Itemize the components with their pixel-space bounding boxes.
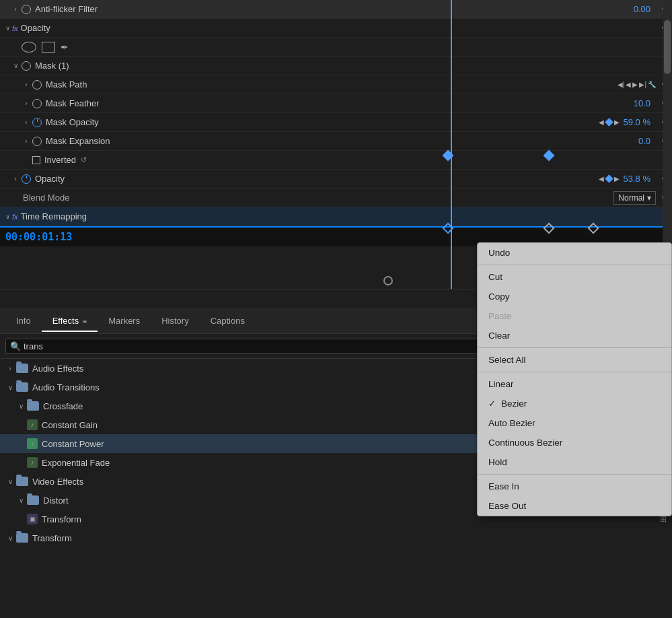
context-copy[interactable]: Copy: [478, 287, 671, 306]
tab-info[interactable]: Info: [5, 310, 42, 331]
opacity-prop-row: › Opacity ◀ ▶ 53.8 % ↺: [0, 170, 672, 188]
mask-opacity-next-kf[interactable]: ▶: [614, 118, 620, 126]
mask-feather-label: Mask Feather: [46, 98, 634, 108]
opacity-prop-icon: [20, 173, 32, 185]
context-undo[interactable]: Undo: [478, 243, 671, 263]
mask-path-first[interactable]: ◀|: [618, 81, 625, 88]
context-hold[interactable]: Hold: [478, 452, 671, 472]
opacity-prop-label: Opacity: [35, 174, 599, 184]
context-ease-out[interactable]: Ease Out: [478, 496, 671, 516]
context-linear[interactable]: Linear: [478, 374, 671, 394]
mask-expansion-chevron[interactable]: ›: [22, 137, 31, 146]
tab-history[interactable]: History: [151, 310, 199, 331]
audio-transitions-chevron[interactable]: ∨: [5, 382, 15, 392]
anti-flicker-icon: [20, 3, 32, 15]
inverted-reset[interactable]: ↺: [79, 155, 89, 166]
context-clear[interactable]: Clear: [478, 326, 671, 345]
mask-path-play[interactable]: ▶: [632, 81, 638, 88]
opacity-fx-label: Opacity: [21, 23, 656, 33]
mask-opacity-prev-kf[interactable]: ◀: [599, 118, 604, 126]
mask1-chevron[interactable]: ∨: [11, 61, 20, 71]
oval-tool[interactable]: [22, 42, 36, 53]
anti-flicker-chevron[interactable]: ›: [11, 5, 20, 14]
mask-path-chevron[interactable]: ›: [22, 80, 31, 90]
opacity-kf-diamond: [605, 174, 613, 183]
mask-path-wrench[interactable]: 🔧: [648, 81, 656, 88]
mask-feather-row: › Mask Feather 10.0 ↺: [0, 94, 672, 113]
transform-folder-item[interactable]: ∨ Transform: [0, 528, 672, 547]
inverted-checkbox[interactable]: [32, 156, 40, 164]
mask-expansion-row: › Mask Expansion 0.0 ↺: [0, 132, 672, 151]
pen-tool[interactable]: ✒: [61, 42, 69, 53]
mask-feather-value: 10.0: [634, 98, 650, 108]
context-paste: Paste: [478, 306, 671, 326]
tab-captions[interactable]: Captions: [200, 310, 256, 331]
transform-folder-icon: [16, 533, 28, 543]
transform-folder-label: Transform: [32, 533, 72, 543]
context-ease-in[interactable]: Ease In: [478, 477, 671, 496]
mask-expansion-label: Mask Expansion: [46, 136, 638, 146]
time-remapping-row: ∨ fx Time Remapping: [0, 207, 672, 226]
sep1: [478, 265, 671, 265]
tab-effects[interactable]: Effects ≡: [42, 310, 98, 331]
distort-chevron[interactable]: ∨: [16, 495, 26, 505]
video-effects-label: Video Effects: [32, 477, 83, 487]
distort-label: Distort: [43, 495, 69, 506]
ease-out-label: Ease Out: [488, 501, 526, 511]
mask-feather-chevron[interactable]: ›: [22, 99, 31, 108]
blend-mode-dropdown[interactable]: Normal ▾: [613, 191, 656, 205]
mask-path-nav: ◀| ◀ ▶ ▶| 🔧: [618, 81, 656, 88]
mask-opacity-chevron[interactable]: ›: [22, 118, 31, 127]
linear-label: Linear: [488, 379, 514, 389]
context-continuous-bezier[interactable]: Continuous Bezier: [478, 433, 671, 452]
crossfade-chevron[interactable]: ∨: [16, 401, 26, 411]
mask-expansion-value: 0.0: [638, 136, 650, 146]
anti-flicker-row: › Anti-flicker Filter 0.00 ↺: [0, 0, 672, 19]
copy-label: Copy: [488, 291, 510, 302]
shape-tools-row: ✒: [0, 38, 672, 57]
effects-tab-menu[interactable]: ≡: [83, 317, 87, 325]
context-bezier[interactable]: ✓ Bezier: [478, 394, 671, 413]
constant-gain-icon: ♪: [27, 419, 38, 430]
inverted-label: Inverted: [44, 155, 76, 165]
mask-path-row: › Mask Path ◀| ◀ ▶ ▶| 🔧 ↺: [0, 75, 672, 94]
tab-markers[interactable]: Markers: [98, 310, 151, 331]
mask-opacity-row: › Mask Opacity ◀ ▶ 59.0 % ↺: [0, 113, 672, 132]
playhead-line: [451, 0, 452, 289]
video-effects-chevron[interactable]: ∨: [5, 477, 15, 486]
blend-mode-arrow: ▾: [647, 193, 651, 203]
constant-power-icon: ♪: [27, 438, 38, 449]
opacity-next-kf[interactable]: ▶: [614, 175, 620, 182]
transform-folder-chevron[interactable]: ∨: [5, 533, 15, 543]
crossfade-folder-icon: [27, 401, 39, 411]
timecode-display: 00:00:01:13: [5, 231, 72, 243]
inverted-row: Inverted ↺: [0, 151, 672, 170]
mask-path-label: Mask Path: [46, 79, 618, 90]
continuous-bezier-label: Continuous Bezier: [488, 438, 562, 448]
context-auto-bezier[interactable]: Auto Bezier: [478, 413, 671, 433]
opacity-prev-kf[interactable]: ◀: [599, 175, 604, 182]
anti-flicker-label: Anti-flicker Filter: [35, 4, 634, 14]
time-remapping-chevron[interactable]: ∨: [3, 212, 12, 221]
sep2: [478, 347, 671, 348]
audio-effects-chevron[interactable]: ›: [5, 364, 15, 373]
audio-transitions-label: Audio Transitions: [32, 382, 100, 392]
context-select-all[interactable]: Select All: [478, 350, 671, 370]
bezier-check: ✓: [488, 399, 496, 409]
mask-path-next[interactable]: ▶|: [639, 81, 646, 88]
exponential-fade-label: Exponential Fade: [42, 458, 110, 468]
audio-effects-folder-icon: [16, 364, 28, 373]
select-all-label: Select All: [488, 355, 526, 365]
audio-effects-label: Audio Effects: [32, 364, 83, 374]
mask-path-prev[interactable]: ◀: [626, 81, 631, 88]
scrollbar-thumb[interactable]: [664, 20, 671, 74]
opacity-prop-chevron[interactable]: ›: [11, 174, 20, 184]
mask1-icon: [20, 60, 32, 72]
opacity-fx-badge: fx: [12, 24, 18, 32]
audio-transitions-folder-icon: [16, 382, 28, 392]
time-remapping-label: Time Remapping: [21, 211, 669, 221]
ease-in-label: Ease In: [488, 481, 519, 491]
context-cut[interactable]: Cut: [478, 267, 671, 287]
rect-tool[interactable]: [42, 42, 55, 53]
opacity-fx-chevron[interactable]: ∨: [3, 24, 12, 33]
